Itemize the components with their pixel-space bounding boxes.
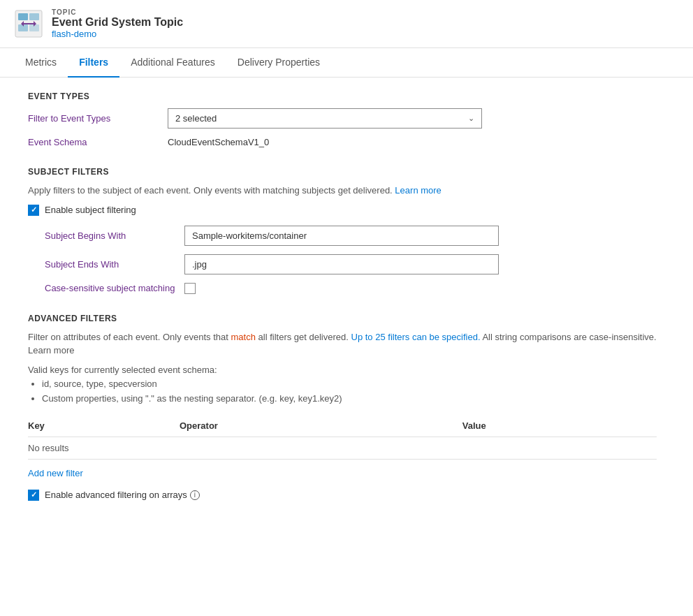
subject-filters-section: SUBJECT FILTERS Apply filters to the sub… (28, 167, 657, 294)
event-schema-row: Event Schema CloudEventSchemaV1_0 (28, 137, 657, 147)
info-icon[interactable]: i (190, 490, 200, 500)
topic-label: TOPIC (52, 8, 183, 16)
tab-additional-features[interactable]: Additional Features (119, 48, 226, 78)
col-key: Key (28, 415, 180, 437)
enable-subject-filtering-label: Enable subject filtering (45, 205, 136, 215)
event-schema-label: Event Schema (28, 137, 168, 147)
enable-advanced-filtering-row: Enable advanced filtering on arrays i (28, 490, 657, 501)
event-types-dropdown[interactable]: 2 selected ⌄ (168, 108, 482, 129)
filter-to-event-types-row: Filter to Event Types 2 selected ⌄ (28, 108, 657, 129)
subject-filter-fields: Subject Begins With Subject Ends With Ca… (28, 226, 657, 294)
no-results-text: No results (28, 437, 657, 459)
subject-ends-with-label: Subject Ends With (45, 259, 184, 270)
header-text: TOPIC Event Grid System Topic flash-demo (52, 8, 183, 39)
tab-metrics[interactable]: Metrics (14, 48, 68, 78)
resource-link[interactable]: flash-demo (52, 29, 96, 39)
filter-to-event-types-label: Filter to Event Types (28, 113, 168, 124)
subject-filters-learn-more[interactable]: Learn more (395, 185, 441, 196)
advanced-filters-section: ADVANCED FILTERS Filter on attributes of… (28, 314, 657, 501)
tab-filters[interactable]: Filters (68, 48, 119, 78)
advanced-filters-learn-more[interactable]: Learn more (28, 345, 74, 355)
add-filter-link[interactable]: Add new filter (28, 468, 83, 478)
adv-desc-match: match (231, 332, 256, 342)
svg-rect-2 (29, 13, 39, 20)
subject-filters-desc-text: Apply filters to the subject of each eve… (28, 185, 393, 196)
enable-subject-filtering-checkbox[interactable] (28, 205, 39, 216)
adv-desc-filters: Up to 25 filters can be specified. (351, 332, 481, 342)
advanced-filters-description: Filter on attributes of each event. Only… (28, 330, 657, 358)
tab-bar: Metrics Filters Additional Features Deli… (0, 48, 693, 78)
page-header: TOPIC Event Grid System Topic flash-demo (0, 0, 693, 48)
event-types-dropdown-value: 2 selected (175, 113, 217, 124)
topic-icon (14, 9, 43, 38)
col-operator: Operator (180, 415, 462, 437)
subject-ends-with-row: Subject Ends With (45, 254, 657, 274)
event-types-section: EVENT TYPES Filter to Event Types 2 sele… (28, 91, 657, 147)
resource-name: Event Grid System Topic (52, 16, 183, 29)
subject-begins-with-input[interactable] (184, 226, 499, 246)
valid-keys-intro: Valid keys for currently selected event … (28, 363, 657, 378)
main-content: EVENT TYPES Filter to Event Types 2 sele… (0, 78, 685, 534)
enable-advanced-filtering-checkbox[interactable] (28, 490, 39, 501)
adv-desc-part2: all filters get delivered. (258, 332, 349, 342)
subject-ends-with-input[interactable] (184, 254, 499, 274)
event-types-title: EVENT TYPES (28, 91, 657, 101)
event-schema-value: CloudEventSchemaV1_0 (168, 137, 269, 147)
subject-begins-with-row: Subject Begins With (45, 226, 657, 246)
enable-subject-filtering-row: Enable subject filtering (28, 205, 657, 216)
case-sensitive-label: Case-sensitive subject matching (45, 283, 184, 293)
filter-table: Key Operator Value No results (28, 415, 657, 460)
valid-keys-item-1: id, source, type, specversion (42, 377, 657, 392)
chevron-down-icon: ⌄ (468, 114, 474, 123)
subject-begins-with-label: Subject Begins With (45, 230, 184, 241)
case-sensitive-row: Case-sensitive subject matching (45, 283, 657, 294)
valid-keys-item-2: Custom properties, using "." as the nest… (42, 392, 657, 406)
advanced-filters-title: ADVANCED FILTERS (28, 314, 657, 323)
valid-keys-section: Valid keys for currently selected event … (28, 363, 657, 406)
adv-desc-part1: Filter on attributes of each event. Only… (28, 332, 228, 342)
enable-advanced-filtering-label: Enable advanced filtering on arrays (45, 490, 187, 500)
adv-desc-part3: All string comparisons are case-insensit… (482, 332, 656, 342)
svg-rect-1 (18, 13, 28, 20)
subject-filters-title: SUBJECT FILTERS (28, 167, 657, 177)
col-value: Value (462, 415, 657, 437)
no-results-row: No results (28, 437, 657, 459)
tab-delivery-properties[interactable]: Delivery Properties (226, 48, 331, 78)
subject-filters-description: Apply filters to the subject of each eve… (28, 184, 657, 198)
case-sensitive-checkbox[interactable] (184, 283, 196, 294)
valid-keys-list: id, source, type, specversion Custom pro… (42, 377, 657, 406)
